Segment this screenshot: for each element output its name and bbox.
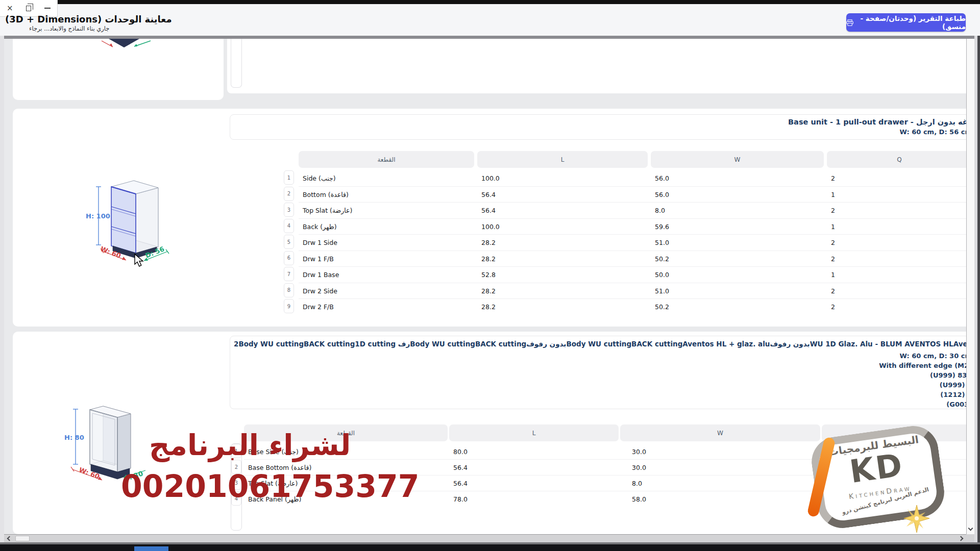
qty-cell: 2	[831, 239, 835, 246]
row-number: 5	[284, 235, 294, 249]
row-number: 9	[284, 299, 294, 313]
length-cell: 100.0	[481, 222, 500, 230]
length-cell: 28.2	[481, 255, 496, 262]
table-row: Drw 2 Side 28.2 51.0 2	[299, 283, 974, 299]
qty-cell: 1	[831, 271, 835, 279]
piece-cell: Back (ظهر)	[303, 222, 337, 230]
unit1-header-l: L	[477, 151, 648, 168]
unit1-header-w: W	[651, 151, 824, 168]
qty-cell: 2	[831, 255, 835, 262]
length-cell: 100.0	[481, 174, 500, 182]
progress-status-text: جاري بناء النماذج والابعاد... برجاء	[29, 25, 109, 32]
piece-cell: Drw 1 Side	[303, 239, 337, 246]
length-cell: 56.4	[481, 207, 496, 214]
restore-icon[interactable]	[26, 6, 31, 11]
row-number: 1	[284, 170, 294, 185]
unit2-height-label: H: 80	[64, 434, 84, 441]
print-button-label: طباعة التقرير (وحدتان/صفحة - منسق)	[857, 14, 966, 31]
scrollbar-corner	[966, 534, 974, 542]
width-cell: 58.0	[632, 495, 646, 503]
length-cell: 28.2	[481, 239, 496, 246]
length-cell: 28.2	[481, 303, 496, 311]
width-cell: 56.0	[655, 190, 669, 198]
width-cell: 51.0	[655, 239, 669, 246]
piece-cell: Drw 1 F/B	[303, 255, 334, 262]
print-report-button[interactable]: طباعة التقرير (وحدتان/صفحة - منسق)	[846, 13, 966, 32]
length-cell: 56.4	[481, 190, 496, 198]
vertical-scrollbar[interactable]	[966, 39, 974, 534]
unit1-size-line: W: 60 cm, D: 56 cm	[235, 128, 972, 136]
table-row: Side (جنب) 100.0 56.0 2	[299, 170, 974, 186]
length-cell: 56.4	[453, 464, 468, 471]
width-cell: 50.2	[655, 255, 669, 262]
app-window: × معاينة الوحدات (3D + Dimensions) جاري …	[0, 0, 980, 551]
horizontal-scroll-thumb[interactable]	[15, 536, 30, 541]
row-number: 7	[284, 267, 294, 281]
unit1-header-q: Q	[827, 151, 972, 168]
unit2-size-line: W: 60 cm, D: 30 cm	[510, 352, 972, 360]
table-row: Drw 1 F/B 28.2 50.2 2	[299, 251, 974, 267]
qty-cell: 2	[831, 303, 835, 311]
row-number: 2	[284, 187, 294, 201]
row-number: 6	[284, 251, 294, 265]
width-cell: 30.0	[632, 464, 646, 471]
printer-icon	[846, 19, 853, 27]
unit2-header-l: L	[449, 424, 619, 441]
table-row: Drw 2 F/B 28.2 50.2 2	[299, 298, 974, 315]
piece-cell: Drw 2 F/B	[303, 303, 334, 311]
previous-unit-table-card	[227, 39, 974, 93]
qty-cell: 1	[831, 190, 835, 198]
watermark-phone: 00201061753377	[121, 469, 419, 503]
unit1-table: Side (جنب) 100.0 56.0 2 Bottom (قاعدة) 5…	[299, 170, 974, 315]
table-row: Drw 1 Base 52.8 50.0 1	[299, 266, 974, 283]
width-cell: 8.0	[632, 480, 642, 487]
unit2-header-w: W	[620, 424, 820, 441]
unit2-title: 2Body WU cuttingBACK cutting1D cutting ر…	[234, 340, 972, 348]
width-cell: 56.0	[655, 174, 669, 182]
unit1-title: Base unit - 1 pull-out drawer - رغه بدون…	[235, 118, 972, 126]
close-icon[interactable]: ×	[7, 5, 13, 12]
qty-cell: 1	[831, 222, 835, 230]
previous-table-gutter	[231, 39, 242, 88]
length-cell: 52.8	[481, 271, 496, 279]
table-row: Bottom (قاعدة) 56.4 56.0 1	[299, 186, 974, 203]
unit2-detail-line: With different edge (M2)	[510, 362, 972, 369]
scroll-left-icon[interactable]	[7, 536, 12, 541]
width-cell: 50.0	[655, 271, 669, 279]
width-cell: 30.0	[632, 447, 646, 455]
piece-cell: Top Slat (عارضة)	[303, 207, 352, 214]
unit1-header-piece: القطعة	[299, 151, 474, 168]
length-cell: 80.0	[453, 447, 468, 455]
unit2-detail-line: (1212) 1	[510, 391, 972, 398]
watermark-text: لشراء البرنامج	[149, 430, 351, 461]
horizontal-scrollbar[interactable]	[4, 534, 974, 542]
scroll-right-icon[interactable]	[959, 536, 964, 541]
piece-cell: Bottom (قاعدة)	[303, 190, 349, 198]
table-row: Back (ظهر) 100.0 59.6 1	[299, 218, 974, 235]
piece-cell: Drw 1 Base	[303, 271, 339, 279]
length-cell: 28.2	[481, 287, 496, 294]
unit2-detail-line: (U999) 83 :	[510, 371, 972, 379]
window-left-edge	[0, 36, 4, 542]
unit2-detail-line: (G003)	[510, 400, 972, 408]
width-cell: 51.0	[655, 287, 669, 294]
width-cell: 8.0	[655, 207, 665, 214]
window-top-strip	[58, 0, 980, 4]
unit2-detail-line: (U999) 8	[510, 381, 972, 389]
scroll-down-icon[interactable]	[968, 526, 973, 531]
piece-cell: Drw 2 Side	[303, 287, 337, 294]
row-number: 3	[284, 203, 294, 217]
logo-star-icon	[901, 504, 933, 534]
table-row: Top Slat (عارضة) 56.4 8.0 2	[299, 202, 974, 218]
unit1-3d-drawing	[77, 168, 179, 278]
width-cell: 59.6	[655, 222, 669, 230]
qty-cell: 2	[831, 174, 835, 182]
row-number: 4	[284, 219, 294, 233]
length-cell: 56.4	[453, 480, 468, 487]
minimize-icon[interactable]	[44, 8, 51, 9]
mouse-cursor	[134, 254, 144, 267]
qty-cell: 2	[831, 287, 835, 294]
width-cell: 50.2	[655, 303, 669, 311]
table-row: Drw 1 Side 28.2 51.0 2	[299, 234, 974, 251]
row-number: 8	[284, 283, 294, 297]
